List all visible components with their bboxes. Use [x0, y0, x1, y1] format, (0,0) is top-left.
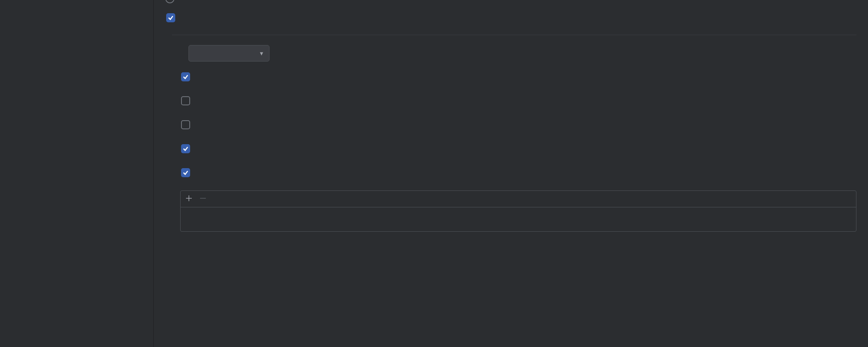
- settings-sidebar: [0, 0, 154, 347]
- checkbox-track-per-test[interactable]: [181, 95, 856, 105]
- checkbox-checked-icon: [166, 13, 175, 22]
- checkbox-checked-icon: [181, 144, 190, 153]
- remove-icon[interactable]: [200, 194, 206, 204]
- checkbox-activate-coverage-view[interactable]: [166, 12, 856, 22]
- add-icon[interactable]: [186, 194, 192, 204]
- divider: [172, 35, 856, 35]
- exclude-toolbar: [181, 191, 856, 207]
- checkbox-exact-execution-count[interactable]: [181, 167, 856, 177]
- checkbox-branch-coverage[interactable]: [181, 71, 856, 81]
- chevron-down-icon: ▼: [259, 50, 264, 57]
- exclude-annotations-list: [180, 190, 856, 232]
- coverage-runner-dropdown[interactable]: ▼: [188, 45, 269, 62]
- checkbox-checked-icon: [181, 72, 190, 81]
- section-java-coverage: [165, 35, 856, 35]
- checkbox-ignore-default-constructors[interactable]: [181, 143, 856, 153]
- checkbox-checked-icon: [181, 168, 190, 177]
- checkbox-unchecked-icon: [181, 96, 190, 105]
- radio-add-to-active-suites[interactable]: [165, 0, 856, 3]
- radio-unchecked-icon: [165, 0, 174, 3]
- checkbox-collect-test-folders[interactable]: [181, 119, 856, 129]
- settings-main-panel: ▼: [154, 0, 868, 347]
- checkbox-unchecked-icon: [181, 120, 190, 129]
